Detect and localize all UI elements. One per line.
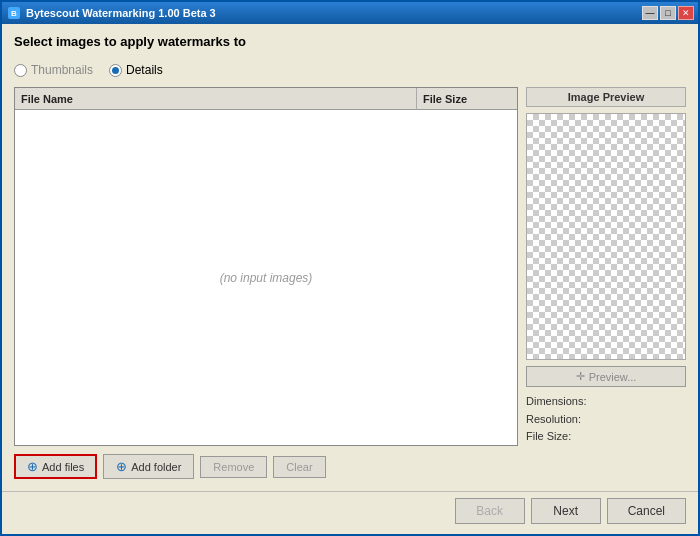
view-options-row: Thumbnails Details xyxy=(14,61,686,79)
resolution-label: Resolution: xyxy=(526,411,686,429)
empty-message: (no input images) xyxy=(220,271,313,285)
minimize-button[interactable]: — xyxy=(642,6,658,20)
file-list-container[interactable]: File Name File Size (no input images) xyxy=(14,87,518,446)
window-controls: — □ ✕ xyxy=(642,6,694,20)
filename-column-header: File Name xyxy=(15,88,417,110)
svg-text:B: B xyxy=(11,9,17,18)
thumbnails-radio[interactable] xyxy=(14,64,27,77)
add-folder-button[interactable]: ⊕ Add folder xyxy=(103,454,194,479)
app-icon: B xyxy=(6,5,22,21)
remove-button[interactable]: Remove xyxy=(200,456,267,478)
cancel-label: Cancel xyxy=(628,504,665,518)
maximize-button[interactable]: □ xyxy=(660,6,676,20)
back-button[interactable]: Back xyxy=(455,498,525,524)
preview-button[interactable]: ✛ Preview... xyxy=(526,366,686,387)
details-radio[interactable] xyxy=(109,64,122,77)
file-list-body: (no input images) xyxy=(15,110,517,445)
filesize-label: File Size: xyxy=(526,428,686,446)
close-button[interactable]: ✕ xyxy=(678,6,694,20)
main-panel: File Name File Size (no input images) Im… xyxy=(14,87,686,446)
window-title: Bytescout Watermarking 1.00 Beta 3 xyxy=(26,7,642,19)
add-files-label: Add files xyxy=(42,461,84,473)
plus-icon: ✛ xyxy=(576,370,585,383)
add-files-icon: ⊕ xyxy=(27,459,38,474)
clear-label: Clear xyxy=(286,461,312,473)
details-option[interactable]: Details xyxy=(109,63,163,77)
dimensions-label: Dimensions: xyxy=(526,393,686,411)
next-button[interactable]: Next xyxy=(531,498,601,524)
back-label: Back xyxy=(476,504,503,518)
action-buttons-row: ⊕ Add files ⊕ Add folder Remove Clear xyxy=(14,454,686,481)
thumbnails-label: Thumbnails xyxy=(31,63,93,77)
thumbnails-option[interactable]: Thumbnails xyxy=(14,63,93,77)
page-title: Select images to apply watermarks to xyxy=(14,34,686,53)
footer: Back Next Cancel xyxy=(2,491,698,534)
preview-meta: Dimensions: Resolution: File Size: xyxy=(526,393,686,446)
file-list-header: File Name File Size xyxy=(15,88,517,110)
add-folder-icon: ⊕ xyxy=(116,459,127,474)
cancel-button[interactable]: Cancel xyxy=(607,498,686,524)
main-content: Select images to apply watermarks to Thu… xyxy=(2,24,698,491)
add-folder-label: Add folder xyxy=(131,461,181,473)
clear-button[interactable]: Clear xyxy=(273,456,325,478)
filesize-column-header: File Size xyxy=(417,88,517,110)
preview-label: Image Preview xyxy=(526,87,686,107)
preview-image-box xyxy=(526,113,686,360)
add-files-button[interactable]: ⊕ Add files xyxy=(14,454,97,479)
next-label: Next xyxy=(553,504,578,518)
titlebar: B Bytescout Watermarking 1.00 Beta 3 — □… xyxy=(2,2,698,24)
details-label: Details xyxy=(126,63,163,77)
main-window: B Bytescout Watermarking 1.00 Beta 3 — □… xyxy=(0,0,700,536)
preview-panel: Image Preview ✛ Preview... Dimensions: R… xyxy=(526,87,686,446)
remove-label: Remove xyxy=(213,461,254,473)
preview-button-label: Preview... xyxy=(589,371,637,383)
